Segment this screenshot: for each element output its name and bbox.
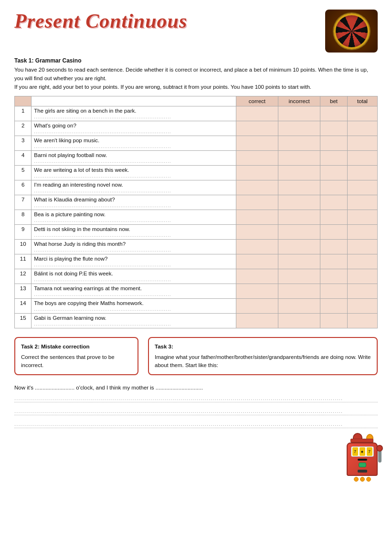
row-number: 7 [15,195,32,210]
row-number: 6 [15,180,32,195]
row-incorrect [278,284,320,299]
row-incorrect [278,121,320,136]
row-correct [236,314,278,328]
row-total [347,210,377,225]
col-sentence [32,96,236,106]
table-row: 6I'm reading an interesting novel now...… [15,180,378,195]
task2-box: Task 2: Mistake correction Correct the s… [14,337,138,375]
row-bet [320,180,348,195]
row-bet [320,269,348,284]
row-bet [320,225,348,240]
row-incorrect [278,151,320,166]
task3-desc: Imagine what your father/mother/brother/… [155,353,371,370]
row-bet [320,210,348,225]
row-correct [236,269,278,284]
row-correct [236,136,278,151]
col-num [15,96,32,106]
row-sentence: Tamara not wearing earrings at the momen… [32,284,236,299]
row-bet [320,166,348,180]
row-number: 11 [15,254,32,269]
writing-section: Now it's .......................... o'cl… [14,385,378,428]
row-incorrect [278,106,320,121]
writing-prompt: Now it's .......................... o'cl… [14,385,378,390]
col-total: total [347,96,377,106]
row-bet [320,314,348,328]
row-bet [320,106,348,121]
table-row: 2What's going on?.......................… [15,121,378,136]
row-correct [236,210,278,225]
row-bet [320,195,348,210]
row-number: 4 [15,151,32,166]
row-correct [236,254,278,269]
row-correct [236,121,278,136]
row-bet [320,254,348,269]
row-sentence: What is Klaudia dreaming about?.........… [32,195,236,210]
row-number: 8 [15,210,32,225]
row-sentence: Bea is a picture painting now...........… [32,210,236,225]
row-incorrect [278,225,320,240]
writing-line-3: ........................................… [14,421,378,428]
row-number: 14 [15,299,32,314]
table-row: 10What horse Judy is riding this month?.… [15,240,378,254]
row-incorrect [278,166,320,180]
row-number: 10 [15,240,32,254]
page-title: Present Continuous [14,10,187,32]
row-total [347,225,377,240]
col-correct: correct [236,96,278,106]
row-total [347,314,377,328]
table-row: 13Tamara not wearing earrings at the mom… [15,284,378,299]
task3-title: Task 3: [155,343,371,351]
task1-title: Task 1: Grammar Casino [14,57,378,64]
task1-description: You have 20 seconds to read each sentenc… [14,66,378,91]
table-row: 15Gabi is German learning now...........… [15,314,378,328]
col-bet: bet [320,96,348,106]
row-bet [320,121,348,136]
row-total [347,284,377,299]
row-total [347,151,377,166]
row-sentence: Marci is playing the flute now?.........… [32,254,236,269]
table-row: 1The girls are siting on a bench in the … [15,106,378,121]
writing-line-1: ........................................… [14,395,378,402]
table-row: 12Bálint is not doing P.E this week.....… [15,269,378,284]
row-total [347,106,377,121]
row-correct [236,106,278,121]
row-incorrect [278,180,320,195]
row-incorrect [278,254,320,269]
row-number: 13 [15,284,32,299]
row-bet [320,284,348,299]
table-row: 4Barni not playing football now.........… [15,151,378,166]
row-number: 5 [15,166,32,180]
table-row: 9Detti is not skiing in the mountains no… [15,225,378,240]
row-correct [236,240,278,254]
row-total [347,254,377,269]
task2-desc: Correct the sentences that prove to be i… [21,353,132,370]
row-correct [236,225,278,240]
row-number: 9 [15,225,32,240]
table-row: 7What is Klaudia dreaming about?........… [15,195,378,210]
row-sentence: Gabi is German learning now.............… [32,314,236,328]
row-total [347,180,377,195]
row-total [347,269,377,284]
table-row: 14The boys are copying their Maths homew… [15,299,378,314]
row-correct [236,195,278,210]
row-incorrect [278,210,320,225]
row-incorrect [278,299,320,314]
row-sentence: Detti is not skiing in the mountains now… [32,225,236,240]
row-correct [236,299,278,314]
row-incorrect [278,314,320,328]
row-bet [320,299,348,314]
row-number: 2 [15,121,32,136]
row-total [347,136,377,151]
row-sentence: What horse Judy is riding this month?...… [32,240,236,254]
row-incorrect [278,240,320,254]
col-incorrect: incorrect [278,96,320,106]
bottom-tasks-area: Task 2: Mistake correction Correct the s… [14,337,378,375]
row-correct [236,151,278,166]
row-incorrect [278,195,320,210]
row-sentence: Bálint is not doing P.E this week.......… [32,269,236,284]
row-total [347,121,377,136]
row-bet [320,136,348,151]
row-sentence: We are writeing a lot of tests this week… [32,166,236,180]
row-number: 15 [15,314,32,328]
grammar-casino-table: correct incorrect bet total 1The girls a… [14,96,378,328]
